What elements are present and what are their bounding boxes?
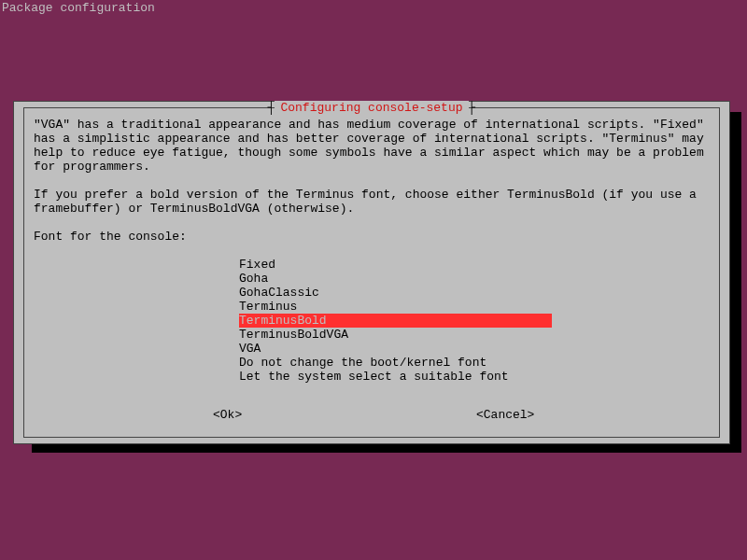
option-item[interactable]: Terminus bbox=[239, 300, 710, 314]
option-item[interactable]: Fixed bbox=[239, 258, 710, 272]
description-paragraph-1: "VGA" has a traditional appearance and h… bbox=[34, 118, 710, 174]
cancel-button[interactable]: <Cancel> bbox=[476, 408, 534, 422]
option-item[interactable]: VGA bbox=[239, 342, 710, 356]
option-item[interactable]: Do not change the boot/kernel font bbox=[239, 356, 710, 370]
dialog-title-row: ┤Configuring console-setup├ bbox=[24, 101, 719, 115]
description-paragraph-2: If you prefer a bold version of the Term… bbox=[34, 188, 710, 216]
option-item[interactable]: GohaClassic bbox=[239, 286, 710, 300]
dialog-frame: ┤Configuring console-setup├ "VGA" has a … bbox=[23, 107, 720, 438]
page-header: Package configuration bbox=[2, 1, 155, 15]
option-item[interactable]: TerminusBoldVGA bbox=[239, 328, 710, 342]
option-item[interactable]: Let the system select a suitable font bbox=[239, 370, 710, 384]
title-dash-right: ├ bbox=[469, 101, 476, 115]
dialog-title: Configuring console-setup bbox=[275, 101, 468, 115]
button-row: <Ok> <Cancel> bbox=[24, 408, 719, 422]
options-list: FixedGohaGohaClassicTerminusTerminusBold… bbox=[239, 258, 710, 384]
option-item[interactable]: Goha bbox=[239, 272, 710, 286]
dialog: ┤Configuring console-setup├ "VGA" has a … bbox=[13, 101, 730, 444]
ok-button[interactable]: <Ok> bbox=[213, 408, 242, 422]
prompt-label: Font for the console: bbox=[34, 230, 710, 244]
option-item[interactable]: TerminusBold bbox=[239, 314, 552, 328]
dialog-content: "VGA" has a traditional appearance and h… bbox=[34, 118, 710, 384]
